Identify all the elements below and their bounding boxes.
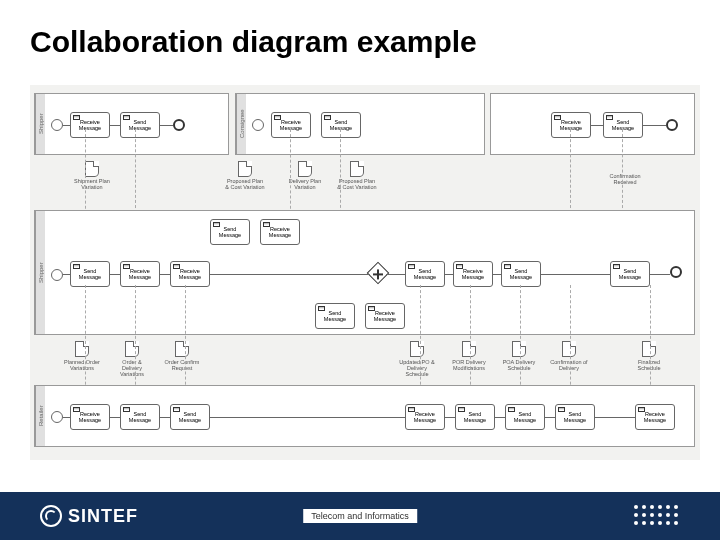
sintef-logo: SINTEF [40, 505, 138, 527]
footer-bar: SINTEF Telecom and Informatics [0, 492, 720, 540]
task-receive: Receive Message [271, 112, 311, 138]
flow-line [160, 125, 173, 126]
flow-line [63, 274, 70, 275]
flow-line [110, 274, 120, 275]
annotation: Delivery Plan Variation [285, 178, 325, 190]
pool-label: Shipper [35, 94, 45, 154]
flow-line [445, 417, 455, 418]
pool-consignee: Consignee Receive Message Send Message [235, 93, 485, 155]
pool-retailer: Retailer Receive Message Send Message Se… [34, 385, 695, 447]
pool-shipper-1: Shipper Receive Message Send Message [34, 93, 229, 155]
flow-line [386, 274, 405, 275]
flow-line [445, 274, 453, 275]
task-receive: Receive Message [170, 261, 210, 287]
annotation: Proposed Plan & Cost Variation [225, 178, 265, 190]
parallel-gateway-icon [367, 262, 390, 285]
flow-line [541, 274, 610, 275]
document-icon [512, 341, 526, 357]
start-event-icon [51, 411, 63, 423]
task-send: Send Message [455, 404, 495, 430]
logo-icon [40, 505, 62, 527]
flow-line [545, 417, 555, 418]
task-receive: Receive Message [70, 112, 110, 138]
document-icon [125, 341, 139, 357]
end-event-icon [670, 266, 682, 278]
message-flow [85, 129, 86, 219]
task-receive: Receive Message [551, 112, 591, 138]
annotation: Planned Order Variations [62, 359, 102, 371]
task-receive: Receive Message [635, 404, 675, 430]
task-send: Send Message [501, 261, 541, 287]
task-receive: Receive Message [120, 261, 160, 287]
task-send: Send Message [120, 404, 160, 430]
footer-dots-decoration [634, 505, 680, 527]
task-send: Send Message [70, 261, 110, 287]
flow-line [160, 274, 170, 275]
flow-line [63, 125, 70, 126]
annotation: Finalized Schedule [629, 359, 669, 371]
start-event-icon [252, 119, 264, 131]
annotation: Confirmation Received [605, 173, 645, 185]
pool-label: Retailer [35, 386, 45, 446]
document-icon [175, 341, 189, 357]
document-icon [562, 341, 576, 357]
annotation: Confirmation of Delivery [549, 359, 589, 371]
task-receive: Receive Message [405, 404, 445, 430]
document-icon [298, 161, 312, 177]
task-send: Send Message [170, 404, 210, 430]
logo-text: SINTEF [68, 506, 138, 527]
flow-line [210, 274, 370, 275]
start-event-icon [51, 119, 63, 131]
flow-line [595, 417, 635, 418]
flow-line [110, 125, 120, 126]
task-send: Send Message [555, 404, 595, 430]
document-icon [350, 161, 364, 177]
task-send: Send Message [603, 112, 643, 138]
document-icon [75, 341, 89, 357]
flow-line [110, 417, 120, 418]
flow-line [495, 417, 505, 418]
end-event-icon [666, 119, 678, 131]
annotation: Order & Delivery Variations [112, 359, 152, 377]
message-flow [290, 129, 291, 219]
document-icon [410, 341, 424, 357]
flow-line [160, 417, 170, 418]
task-send: Send Message [210, 219, 250, 245]
task-send: Send Message [610, 261, 650, 287]
task-send: Send Message [321, 112, 361, 138]
task-send: Send Message [405, 261, 445, 287]
flow-line [591, 125, 603, 126]
annotation: POA Delivery Schedule [499, 359, 539, 371]
flow-line [493, 274, 501, 275]
annotation: Order Confirm Request [162, 359, 202, 371]
flow-line [63, 417, 70, 418]
start-event-icon [51, 269, 63, 281]
annotation: Shipment Plan Variation [72, 178, 112, 190]
task-receive: Receive Message [365, 303, 405, 329]
task-send: Send Message [315, 303, 355, 329]
annotation: Proposed Plan & Cost Variation [337, 178, 377, 190]
flow-line [650, 274, 670, 275]
pool-label: Consignee [236, 94, 246, 154]
pool-right-1: Receive Message Send Message [490, 93, 695, 155]
task-receive: Receive Message [453, 261, 493, 287]
document-icon [642, 341, 656, 357]
task-send: Send Message [120, 112, 160, 138]
slide-title: Collaboration diagram example [30, 25, 477, 59]
document-icon [462, 341, 476, 357]
task-receive: Receive Message [70, 404, 110, 430]
diagram-canvas: Shipper Receive Message Send Message Con… [30, 85, 700, 460]
flow-line [643, 125, 666, 126]
document-icon [85, 161, 99, 177]
annotation: POR Delivery Modifications [449, 359, 489, 371]
annotation: Updated PO & Delivery Schedule [397, 359, 437, 377]
end-event-icon [173, 119, 185, 131]
task-send: Send Message [505, 404, 545, 430]
flow-line [210, 417, 405, 418]
footer-caption: Telecom and Informatics [303, 509, 417, 523]
task-receive: Receive Message [260, 219, 300, 245]
pool-label: Shipper [35, 211, 45, 334]
pool-shipper-2: Shipper Send Message Receive Message Sen… [34, 210, 695, 335]
document-icon [238, 161, 252, 177]
